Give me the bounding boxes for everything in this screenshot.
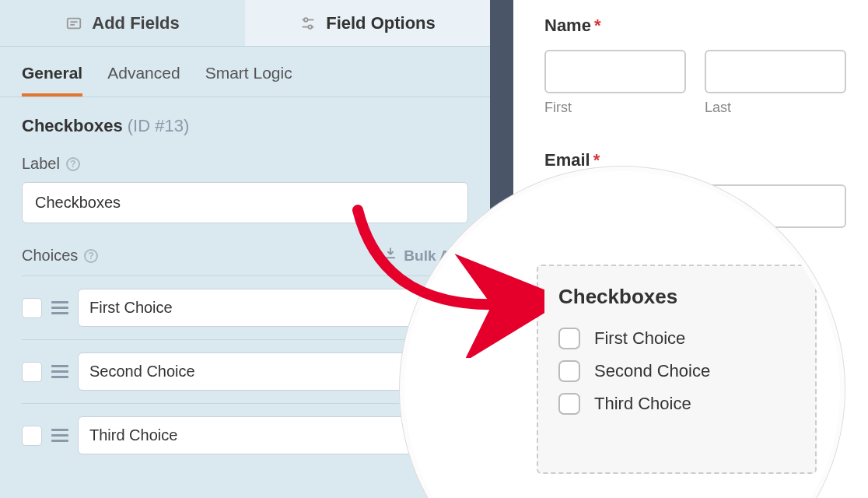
choices-header: Choices ? Bulk Add [22, 247, 468, 265]
choice-row: + [22, 403, 468, 467]
checkbox-icon [558, 328, 580, 349]
drag-handle-icon[interactable] [51, 301, 68, 314]
form-icon [65, 15, 82, 32]
choice-input[interactable] [78, 289, 440, 327]
last-sublabel: Last [705, 100, 846, 116]
checkboxes-title: Checkboxes [558, 285, 795, 309]
field-title-row: Checkboxes (ID #13) [22, 116, 468, 136]
checkbox-icon [558, 360, 580, 382]
top-tabs: Add Fields Field Options [0, 0, 490, 47]
help-icon[interactable]: ? [66, 157, 80, 171]
checkbox-option[interactable]: First Choice [558, 328, 795, 349]
tab-field-options-label: Field Options [326, 13, 436, 33]
svg-rect-0 [68, 18, 81, 28]
checkboxes-field-preview[interactable]: Checkboxes First Choice Second Choice Th… [537, 265, 817, 474]
label-input[interactable] [22, 182, 468, 223]
drag-handle-icon[interactable] [51, 429, 68, 442]
subtab-general[interactable]: General [22, 64, 82, 96]
checkbox-option[interactable]: Third Choice [558, 393, 795, 415]
choice-input[interactable] [78, 416, 440, 454]
svg-point-4 [304, 18, 308, 22]
choice-default-checkbox[interactable] [22, 298, 42, 318]
checkbox-option[interactable]: Second Choice [558, 360, 795, 382]
choices-label: Choices [22, 247, 78, 265]
choice-input[interactable] [78, 352, 440, 391]
label-row: Label ? [22, 155, 468, 173]
first-name-input[interactable] [544, 50, 686, 93]
tab-field-options[interactable]: Field Options [245, 0, 490, 46]
choice-default-checkbox[interactable] [22, 362, 42, 382]
choice-row: + [22, 339, 468, 403]
tab-add-fields-label: Add Fields [92, 13, 179, 33]
help-icon[interactable]: ? [84, 249, 98, 263]
required-asterisk: * [594, 16, 601, 35]
subtab-smart-logic[interactable]: Smart Logic [205, 64, 292, 96]
email-field-label: Email* [544, 150, 846, 170]
field-id: (ID #13) [128, 116, 189, 135]
field-type-name: Checkboxes [22, 116, 123, 135]
download-icon [383, 247, 397, 265]
choice-default-checkbox[interactable] [22, 426, 42, 446]
label-text: Label [22, 155, 60, 173]
subtabs: General Advanced Smart Logic [0, 47, 490, 97]
choice-row: + [22, 275, 468, 339]
sliders-icon [299, 15, 317, 32]
first-sublabel: First [544, 100, 686, 116]
svg-point-6 [309, 25, 313, 29]
checkbox-icon [558, 393, 580, 415]
name-field-label: Name* [544, 16, 846, 36]
required-asterisk: * [593, 150, 600, 170]
subtab-advanced[interactable]: Advanced [107, 64, 180, 96]
drag-handle-icon[interactable] [51, 365, 68, 378]
last-name-input[interactable] [705, 50, 846, 93]
tab-add-fields[interactable]: Add Fields [0, 0, 245, 46]
